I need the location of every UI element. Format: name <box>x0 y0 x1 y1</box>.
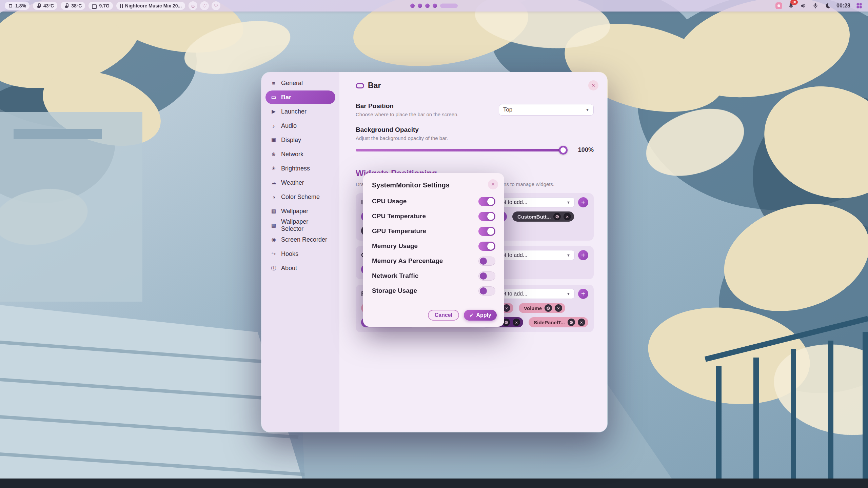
stat-value: 1.8% <box>15 3 26 8</box>
sidebar-item[interactable]: ↪ Hooks <box>265 247 335 261</box>
mic-icon[interactable] <box>812 2 819 9</box>
bar-position-value: Top <box>503 106 512 113</box>
toggle-label: GPU Temperature <box>372 227 426 235</box>
sidebar-item-label: Hooks <box>281 250 298 258</box>
sidebar-item-icon: ☀ <box>270 165 277 171</box>
add-widget-button[interactable]: + <box>578 289 588 299</box>
stat-value: 9.7G <box>99 3 109 8</box>
quick-button-icon: ♡ <box>202 3 206 9</box>
toggle-label: CPU Temperature <box>372 212 426 220</box>
sidebar-item-icon: ▣ <box>270 137 277 143</box>
opacity-value: 100% <box>573 146 594 154</box>
add-widget-button[interactable]: + <box>578 250 588 260</box>
chevron-down-icon: ▼ <box>567 292 570 296</box>
sidebar-item[interactable]: ≡ General <box>265 76 335 90</box>
bar-position-desc: Choose where to place the bar on the scr… <box>356 111 459 117</box>
close-window-button[interactable]: × <box>588 80 598 90</box>
background-opacity-setting: Background Opacity Adjust the background… <box>356 126 594 154</box>
pause-icon <box>120 4 123 8</box>
modal-title: SystemMonitor Settings <box>372 181 495 189</box>
sidebar-item[interactable]: ▶ Launcher <box>265 105 335 118</box>
toggle-label: Storage Usage <box>372 287 417 294</box>
add-widget-button[interactable]: + <box>578 197 588 207</box>
remove-icon[interactable]: × <box>555 304 562 312</box>
sidebar-item[interactable]: ◉ Screen Recorder <box>265 233 335 246</box>
sidebar-item-icon: ▦ <box>270 208 277 214</box>
media-title: Nightcore Music Mix 20... <box>125 3 182 8</box>
sidebar-item-label: Wallpaper Selector <box>281 218 331 232</box>
workspace-dot[interactable] <box>440 4 458 8</box>
toggle-label: CPU Usage <box>372 198 407 205</box>
sidebar-item-icon: ↪ <box>270 251 277 257</box>
background-opacity-label: Background Opacity <box>356 126 594 134</box>
widget-chip[interactable]: CustomButt... ⚙ × <box>512 211 574 222</box>
gear-icon[interactable]: ⚙ <box>545 304 552 312</box>
widget-chip[interactable]: SidePanelT... ⚙ × <box>529 317 588 327</box>
sidebar-item[interactable]: ♪ Audio <box>265 119 335 133</box>
close-modal-button[interactable]: × <box>488 179 498 189</box>
toggle-switch[interactable] <box>478 242 495 251</box>
toggle-label: Network Traffic <box>372 272 418 280</box>
workspace-dot[interactable] <box>418 4 422 8</box>
toggle-switch[interactable] <box>478 212 495 221</box>
opacity-slider-thumb[interactable] <box>559 146 568 155</box>
toggle-switch[interactable] <box>478 286 495 296</box>
quick-button[interactable]: ♡ <box>200 1 209 10</box>
sidebar-item-icon: ▭ <box>270 94 277 100</box>
toggle-switch[interactable] <box>478 227 495 236</box>
media-player-chip[interactable]: Nightcore Music Mix 20... <box>116 2 185 10</box>
workspace-dot[interactable] <box>410 4 415 8</box>
opacity-slider[interactable] <box>356 149 567 151</box>
sidebar-item-icon: ☁ <box>270 180 277 186</box>
apps-grid-icon[interactable] <box>856 2 863 9</box>
sidebar-item-icon: ◑ <box>270 194 277 200</box>
bar-page-icon <box>356 83 364 88</box>
sidebar-item[interactable]: ⊕ Network <box>265 147 335 161</box>
workspace-dot[interactable] <box>425 4 430 8</box>
notification-badge: 10 <box>790 0 798 5</box>
sidebar-item-icon: ≡ <box>270 80 277 86</box>
quick-button[interactable]: ☺ <box>189 1 197 10</box>
notifications-button[interactable]: 10 <box>788 2 794 9</box>
sidebar-item[interactable]: ⓘ About <box>265 261 335 275</box>
remove-icon[interactable]: × <box>513 319 520 326</box>
color-picker-icon[interactable] <box>775 2 782 9</box>
stat-chip[interactable]: 43°C <box>33 2 57 10</box>
background-opacity-desc: Adjust the background opacity of the bar… <box>356 135 594 141</box>
sidebar-item[interactable]: ▣ Display <box>265 133 335 147</box>
quick-buttons: ☺ ♡ ♡ <box>189 1 220 10</box>
sidebar-item[interactable]: ☁ Weather <box>265 176 335 189</box>
stat-chip[interactable]: 1.8% <box>5 2 29 10</box>
remove-icon[interactable]: × <box>564 213 571 220</box>
remove-icon[interactable]: × <box>578 319 585 326</box>
sidebar-item[interactable]: ▦ Wallpaper <box>265 204 335 218</box>
sidebar-item[interactable]: ▩ Wallpaper Selector <box>265 219 335 232</box>
toggle-row: GPU Temperature <box>372 224 495 239</box>
page-header: Bar <box>356 81 594 90</box>
stat-chip[interactable]: 38°C <box>61 2 85 10</box>
widget-chip[interactable]: Volume ⚙ × <box>519 303 565 313</box>
close-icon: × <box>491 181 495 188</box>
sidebar-item[interactable]: ◑ Color Scheme <box>265 190 335 204</box>
volume-icon[interactable] <box>800 2 807 9</box>
sidebar-item[interactable]: ▭ Bar <box>265 90 335 104</box>
desktop: 1.8% 43°C 38°C 9.7G <box>0 0 868 488</box>
workspace-dot[interactable] <box>433 4 437 8</box>
toggle-switch[interactable] <box>478 271 495 281</box>
cancel-button[interactable]: Cancel <box>428 310 459 321</box>
quick-button[interactable]: ♡ <box>212 1 220 10</box>
night-light-icon[interactable] <box>824 2 831 9</box>
gear-icon[interactable]: ⚙ <box>568 319 575 326</box>
toggle-switch[interactable] <box>478 197 495 206</box>
bar-position-label: Bar Position <box>356 102 459 110</box>
settings-sidebar: ≡ General ▭ Bar ▶ Launcher ♪ Audio <box>261 72 339 432</box>
toggle-switch[interactable] <box>478 257 495 266</box>
sidebar-item[interactable]: ☀ Brightness <box>265 162 335 175</box>
gear-icon[interactable]: ⚙ <box>553 213 561 220</box>
toggle-row: Storage Usage <box>372 283 495 298</box>
quick-button-icon: ♡ <box>214 3 218 9</box>
bar-position-dropdown[interactable]: Top ▼ <box>499 104 594 116</box>
apply-button[interactable]: ✓ Apply <box>464 310 497 321</box>
sidebar-item-icon: ♪ <box>270 123 277 129</box>
stat-chip[interactable]: 9.7G <box>88 2 113 10</box>
